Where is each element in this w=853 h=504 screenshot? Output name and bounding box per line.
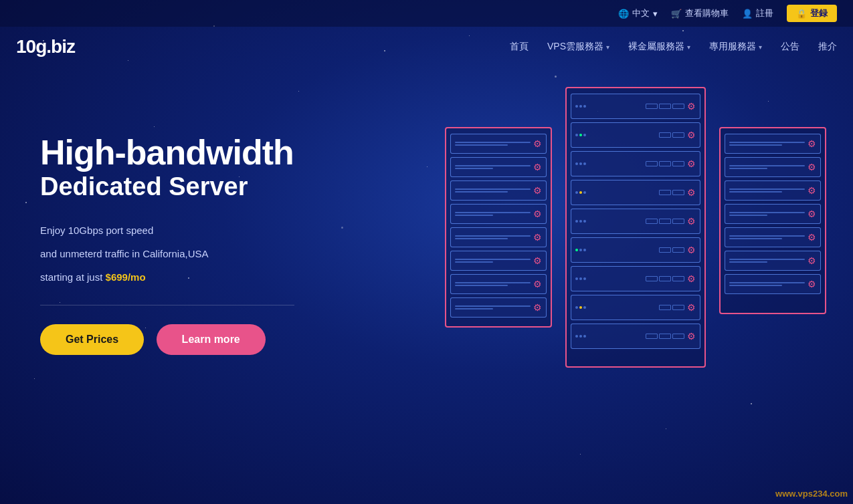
hero-section: High-bandwidth Dedicated Server Enjoy 10… [0, 67, 853, 504]
hero-text-block: High-bandwidth Dedicated Server Enjoy 10… [40, 120, 294, 355]
nav-vps-caret: ▾ [606, 43, 609, 51]
hero-price: $699/mo [106, 271, 146, 283]
hero-title-sub: Dedicated Server [40, 172, 294, 203]
lock-icon: 🔒 [796, 9, 807, 19]
hero-divider [40, 305, 294, 305]
nav-bare-metal[interactable]: 裸金屬服務器 ▾ [628, 41, 690, 53]
language-label: 中文 [632, 7, 650, 19]
watermark: www.vps234.com [775, 489, 848, 499]
hero-desc-line2: and unmeterd traffic in California,USA [40, 245, 294, 263]
register-label: 註冊 [756, 7, 773, 19]
get-prices-button[interactable]: Get Prices [40, 324, 144, 355]
navbar: 10g.biz 首頁 VPS雲服務器 ▾ 裸金屬服務器 ▾ 專用服務器 ▾ 公告… [0, 27, 853, 67]
learn-more-button[interactable]: Learn more [157, 324, 266, 355]
nav-home[interactable]: 首頁 [510, 41, 529, 53]
nav-vps[interactable]: VPS雲服務器 ▾ [547, 41, 609, 53]
hero-title-main: High-bandwidth [40, 134, 294, 172]
nav-referral[interactable]: 推介 [818, 41, 837, 53]
topbar: 🌐 中文 ▾ 🛒 查看購物車 👤 註冊 🔒 登録 [0, 0, 853, 27]
language-selector[interactable]: 🌐 中文 ▾ [618, 7, 658, 19]
nav-announcements[interactable]: 公告 [781, 41, 799, 53]
cart-label: 查看購物車 [685, 7, 729, 19]
nav-links: 首頁 VPS雲服務器 ▾ 裸金屬服務器 ▾ 專用服務器 ▾ 公告 推介 [510, 41, 837, 53]
hero-desc-line3: starting at just $699/mo [40, 268, 294, 286]
cart-link[interactable]: 🛒 查看購物車 [671, 7, 729, 19]
site-logo[interactable]: 10g.biz [16, 36, 75, 57]
nav-dedicated-caret: ▾ [759, 43, 762, 51]
lang-caret: ▾ [653, 9, 658, 19]
hero-desc-line1: Enjoy 10Gbps port speed [40, 221, 294, 239]
cart-icon: 🛒 [671, 9, 682, 19]
globe-icon: 🌐 [618, 9, 629, 19]
nav-bare-metal-caret: ▾ [687, 43, 690, 51]
hero-buttons: Get Prices Learn more [40, 324, 294, 355]
login-label: 登録 [810, 7, 828, 19]
user-icon: 👤 [742, 9, 753, 19]
nav-dedicated[interactable]: 專用服務器 ▾ [709, 41, 762, 53]
login-button[interactable]: 🔒 登録 [787, 5, 837, 22]
register-link[interactable]: 👤 註冊 [742, 7, 773, 19]
hero-desc-line3-prefix: starting at just [40, 271, 106, 283]
